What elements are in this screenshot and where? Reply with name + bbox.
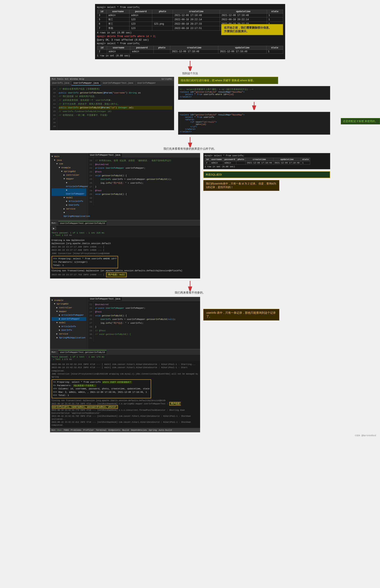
tab-s3-test[interactable]: UserInfoMapperTest.java (88, 153, 123, 157)
callout-box: 在开始之前，我们需要删除部分信息。 方便我们后面演示。 (221, 24, 283, 35)
check-icon-4: ✓ (53, 358, 55, 361)
code-line-29: // 根据全名查询用户信息 (非模糊查询) (59, 87, 172, 91)
bb-spring[interactable]: Spring (149, 429, 157, 431)
section3-right: mysql> select * from userinfo; idusernam… (203, 153, 330, 191)
callout-body: 方便我们后面演示。 (224, 30, 280, 33)
log-creating: Creating a new SqlSession (52, 239, 198, 242)
selected-file-4[interactable]: ◆ UserInfoMapper (52, 317, 86, 321)
section4-ide: ▼ example ▼ springmb2 ▶ controller ▼ map… (50, 297, 200, 432)
run-label-4: Run: (52, 351, 57, 353)
test-item-1: ✓ Test 1 215 ms (52, 234, 198, 237)
closing-4: Closing non Transactional SqlSession [or… (52, 399, 198, 402)
test-pass-label-4: Tests passed: 1 of 1 test - 1 sec 173 ms (52, 356, 198, 358)
test1-time-4: 173 ms (64, 358, 72, 361)
menu-git[interactable]: Git (65, 78, 69, 80)
section4-wrapper: ▼ example ▼ springmb2 ▶ controller ▼ map… (50, 297, 330, 432)
arrow2-svg (251, 102, 257, 110)
section3-code: UserInfoMapperTest.java 2021222324252627… (88, 153, 200, 220)
run-panel-4-tabs: Run: UserInfoMapperTest.getUserInfoById (50, 349, 200, 355)
tab-userinfomapper[interactable]: UserInfoMapper (135, 81, 158, 85)
log-sqlsession: SqlSession [org.apache.ibatis.session.de… (52, 242, 198, 245)
page-container: mysql> select * from userinfo; idusernam… (0, 0, 380, 588)
arrow3-svg (186, 137, 194, 147)
test-item-4: ✓ Test 1 173 ms (52, 358, 198, 361)
bb-endpoints[interactable]: Endpoints (109, 429, 120, 431)
mysql-cmd1: mysql> select * from userinfo; (97, 6, 283, 9)
arrow4-area: 我们再来看看不传参的。 (175, 281, 206, 294)
tab-s4-test[interactable]: UserInfoMapperTest.java (88, 297, 123, 301)
section3-code-inner: 202122232425262728293031 // 科学的Idea, 使用 … (88, 157, 200, 205)
ide-titlebar: Run Tools Git Window Help SpringMB2 (50, 77, 174, 81)
line-numbers: 2930313233343536373839 (50, 86, 57, 130)
code-line-35: public UserInfo getUserInfoById(@Param("… (59, 106, 172, 110)
xml-block1: <!-- select是否要基于上两个属性: 1.id (接口中原来的旧方法) … (178, 86, 330, 100)
user-info-result-4: 用户信息: UserInfo{id=2, name=admin, passwor… (52, 402, 181, 409)
code-line-33: // 这应该是查找谁，首先就是一个「userInfo对象」 (59, 98, 172, 102)
menu-tools[interactable]: Tools (57, 78, 63, 80)
test1-label-4: Test 1 (55, 358, 63, 361)
bb-todo[interactable]: TODO (63, 429, 69, 431)
table-row: 3adminadmin2021-12-06 17:10:482021-12-06… (97, 14, 283, 18)
callout-title: 在开始之前，我们需要删除部分信息。 (224, 26, 280, 30)
section3-wrapper: ▼ main ▼ java ▼ com ▼ example ▼ springmb… (50, 153, 330, 278)
arrow3-area: 我们先来看看有传参的效果是什么样子的。 (164, 137, 217, 151)
run-tab-3[interactable]: UserInfoMapperTest.getUserInfoById (58, 221, 106, 225)
mysql-table-right: mysql> select * from userinfo; idusernam… (203, 153, 330, 169)
section4-code: UserInfoMapperTest.java 2223242526272829… (88, 297, 200, 349)
run-buttons: ▶ (52, 227, 56, 230)
menu-window[interactable]: Window (70, 78, 78, 80)
log-jdbc: JDBC Connection [HikariProxyConnection@2… (52, 252, 198, 255)
section3-tabs: UserInfoMapperTest.java (88, 153, 200, 157)
log4-ext4: 2022-08-10 23:42:32.812 INFO 4716 --- [e… (52, 421, 198, 427)
bb-problems[interactable]: Problems (71, 429, 81, 431)
code-line-36: // UserInfo.findUserInfoById(Integer id) (59, 110, 172, 113)
section2-bottom-label: 我们先来看看有传参的效果是什么样子的。 (164, 147, 217, 151)
log4-2: 2022-08-10 23:42:32.613 INFO 4716 --- [ … (52, 366, 198, 372)
run-panel-3: Run: UserInfoMapperTest.getUserInfoById … (50, 220, 200, 278)
section4-split: ▼ example ▼ springmb2 ▶ controller ▼ map… (50, 297, 200, 349)
test-results-4: Tests passed: 1 of 1 test - 1 sec 173 ms… (50, 355, 200, 362)
bb-dependencies[interactable]: Dependencies (131, 429, 147, 431)
total-line-4: <== Total: 1 (53, 394, 150, 397)
bb-run[interactable]: Run (57, 429, 61, 431)
tab-userinfomapper-java[interactable]: UserInfoMapper.java (72, 81, 101, 85)
annotation-if-tag: 还是搭配这 if 标签 来使用的。 (341, 118, 380, 125)
tab-userinfomapper-test[interactable]: UserInfoMapperTest.java (101, 81, 135, 85)
mysql-right-table: idusernamepasswordphotocreatetimeupdatet… (205, 158, 310, 165)
mysql-table2: idusernamepasswordphotocreatetimeupdatet… (97, 46, 283, 54)
xml-block2: <select id="getUserInfoById" resultMap="… (178, 112, 330, 135)
bb-profiler[interactable]: Profiler (83, 429, 94, 431)
rows-note2: 1 row in set (0.00 sec) (97, 55, 283, 57)
annotation-record-note-4: userinfo 表中，只有一条记录，那他只能查询到这个记录了。 (203, 309, 279, 320)
prepare-line: => Preparing: select * from userinfo whe… (53, 381, 150, 384)
run-tab-4[interactable]: UserInfoMapperTest.getUserInfoById (58, 350, 106, 354)
bb-git[interactable]: Git (52, 429, 56, 431)
code-line-37: // 使用的好处：一箭二雕，不需要看于、不实现! (59, 113, 172, 117)
table-row: 5张三1232022-08-10 20:22:142022-08-10 20:2… (97, 18, 283, 22)
selected-file[interactable]: ◆ UserInfoMapper (52, 188, 86, 196)
log4-ext3: 2022-08-10 23:42:32.785 INFO 4716 --- [e… (52, 415, 198, 421)
bottom-bar: Git Run TODO Problems Profiler Terminal … (50, 428, 200, 432)
run-all-button[interactable]: ▶ (52, 227, 56, 230)
where-note: where 关键字 此时被省略前了 (102, 381, 132, 384)
menu-help[interactable]: Help (79, 78, 84, 80)
bb-build[interactable]: Build (122, 429, 129, 431)
annotation-record-note: 我们的userinfo表中，只有一条 id 为 2 记录。 但是，查询id为1的… (203, 180, 279, 191)
tab-userinfo-java[interactable]: UserInfo.java (50, 81, 72, 85)
file-tree-4: ▼ example ▼ springmb2 ▶ controller ▼ map… (50, 297, 88, 349)
parameters-line: ==> Parameters: 1(Integer) (53, 260, 117, 264)
table-row: 2adminadmin2021-12-06 17:10:482021-12-06… (205, 161, 310, 165)
run-label: Run: (52, 222, 57, 224)
bb-autobuild[interactable]: Auto-build (159, 429, 172, 431)
code-line-34: // 至于方法名称，那的名字，要和入查询里，那值人来什么. (59, 102, 172, 106)
bb-terminal[interactable]: Terminal (96, 429, 106, 431)
section2-wrapper: Run Tools Git Window Help SpringMB2 User… (50, 77, 330, 135)
menu-run[interactable]: Run (52, 78, 56, 80)
arrow1-svg (186, 61, 194, 71)
sql-note: SQL就变成一个全表查。 (73, 384, 96, 387)
section2-right: 现在我们就对它进行修改，把 where 关键字 替换成 where 标签。 <!… (178, 77, 330, 135)
log4-ext2: 2022-08-10 23:42:32.773 INFO 4716 --- [e… (52, 409, 198, 415)
watermark: CSDN @DarkAndGod (355, 434, 376, 437)
select-cmd2: mysql> select * from userinfo; (97, 42, 283, 45)
row-line: <== Row: 2, admin, admin, , 2021-12-06 1… (53, 390, 150, 394)
